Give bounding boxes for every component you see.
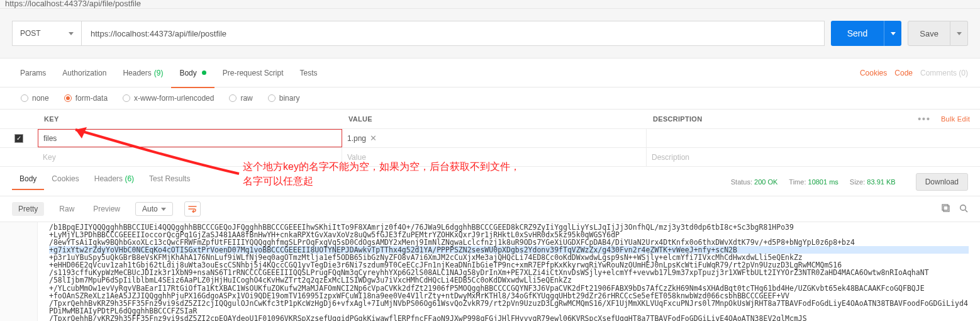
resp-tab-testresults[interactable]: Test Results (142, 174, 198, 189)
more-options-icon[interactable]: ••• (918, 114, 931, 124)
tab-body[interactable]: Body (171, 59, 214, 87)
key-input[interactable] (43, 134, 337, 143)
radio-binary[interactable]: binary (268, 94, 300, 103)
save-dropdown-button[interactable] (950, 21, 968, 46)
value-input[interactable] (347, 153, 641, 162)
http-method-select[interactable]: POST (12, 21, 81, 46)
tab-prerequest[interactable]: Pre-request Script (214, 59, 292, 87)
radio-urlencoded[interactable]: x-www-form-urlencoded (123, 94, 214, 103)
key-input[interactable] (43, 153, 337, 162)
view-pretty[interactable]: Pretty (12, 202, 44, 216)
radio-raw[interactable]: raw (229, 94, 252, 103)
resp-tab-body[interactable]: Body (12, 174, 44, 189)
save-button[interactable]: Save (908, 21, 950, 46)
body-type-selector: none form-data x-www-form-urlencoded raw… (0, 87, 980, 110)
svg-point-2 (961, 205, 966, 210)
kv-row: ✓ 1.png ✕ (0, 129, 980, 148)
send-button[interactable]: Send (831, 21, 884, 46)
status-value: 200 OK (754, 178, 777, 186)
request-url-input[interactable] (81, 21, 825, 46)
resp-tab-cookies[interactable]: Cookies (44, 174, 86, 189)
comments-link[interactable]: Comments (0) (920, 69, 968, 77)
search-icon[interactable] (959, 204, 968, 215)
tab-authorization[interactable]: Authorization (54, 59, 114, 87)
radio-form-data[interactable]: form-data (64, 94, 108, 103)
bulk-edit-link[interactable]: Bulk Edit (941, 115, 970, 123)
tab-headers[interactable]: Headers (9) (114, 59, 171, 87)
response-tabs: Body Cookies Headers (6) Test Results 这个… (0, 167, 980, 196)
code-link[interactable]: Code (894, 69, 913, 77)
cookies-link[interactable]: Cookies (860, 69, 887, 77)
chevron-down-icon (69, 32, 74, 35)
view-preview[interactable]: Preview (89, 202, 124, 216)
column-header-value: VALUE (342, 110, 647, 128)
request-bar: POST Send Save (0, 9, 980, 59)
kv-header-row: KEY VALUE DESCRIPTION ••• Bulk Edit (0, 110, 980, 129)
response-toolbar: Pretty Raw Preview Auto (0, 196, 980, 222)
description-input[interactable] (652, 153, 975, 162)
view-raw[interactable]: Raw (55, 202, 78, 216)
copy-icon[interactable] (942, 204, 950, 215)
wrap-lines-icon[interactable] (184, 201, 201, 217)
size-value: 83.91 KB (867, 178, 895, 186)
address-bar-remnant: https://localhost:44373/api/file/postfil… (0, 0, 980, 9)
request-tabs: Params Authorization Headers (9) Body Pr… (0, 59, 980, 87)
chevron-down-icon (161, 208, 166, 211)
kv-row-empty (0, 148, 980, 167)
response-body: /b1BpqEJIYQQQgghhBBCCIUEi4QQQgghhBBCCCGE… (0, 222, 980, 321)
tab-params[interactable]: Params (12, 59, 54, 87)
svg-line-3 (966, 210, 968, 212)
response-code[interactable]: /b1BpqEJIYQQQgghhBBCCIUEi4QQQgghhBBCCCGE… (38, 222, 980, 321)
check-icon: ✓ (16, 135, 21, 142)
remove-file-icon[interactable]: ✕ (370, 133, 377, 143)
chevron-down-icon (957, 32, 962, 35)
radio-none[interactable]: none (21, 94, 49, 103)
time-value: 10801 ms (808, 178, 838, 186)
column-header-description: DESCRIPTION (647, 110, 918, 128)
format-select[interactable]: Auto (135, 202, 173, 216)
resp-tab-headers[interactable]: Headers (6) (87, 174, 142, 189)
modified-dot-icon (202, 70, 206, 75)
description-input[interactable] (652, 134, 975, 143)
column-header-key: KEY (38, 110, 342, 128)
send-dropdown-button[interactable] (884, 21, 901, 46)
row-checkbox[interactable]: ✓ (14, 134, 23, 143)
tab-tests[interactable]: Tests (291, 59, 325, 87)
download-button[interactable]: Download (916, 173, 968, 191)
chevron-down-icon (891, 32, 896, 35)
file-chip: 1.png (347, 134, 366, 143)
